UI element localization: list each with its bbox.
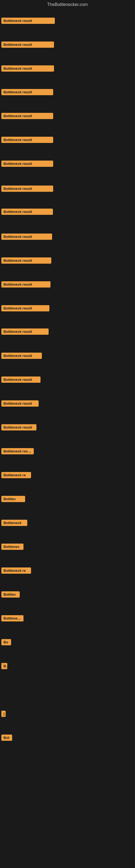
- result-row-23: Bottlenec: [0, 541, 25, 553]
- bottleneck-badge[interactable]: Bottleneck result: [1, 352, 42, 359]
- result-row-8: Bottleneck result: [0, 183, 54, 195]
- result-row-21: Bottlen: [0, 494, 27, 505]
- result-row-3: Bottleneck result: [0, 63, 55, 75]
- result-row: [0, 804, 135, 826]
- bottleneck-badge[interactable]: Bottleneck result: [1, 281, 50, 287]
- bottleneck-badge[interactable]: Bottleneck result: [1, 424, 37, 431]
- bottleneck-badge[interactable]: Bottleneck result: [1, 89, 53, 95]
- result-row: [0, 828, 135, 849]
- bottleneck-badge[interactable]: Bottleneck result: [1, 376, 41, 383]
- bottleneck-badge[interactable]: Bottleneck result: [1, 161, 53, 167]
- bottleneck-badge[interactable]: Bottleneck result: [1, 137, 53, 143]
- result-row-4: Bottleneck result: [0, 87, 54, 98]
- bottleneck-badge[interactable]: Bottleneck result: [1, 18, 55, 24]
- result-row-27: Bo: [0, 637, 12, 649]
- bottleneck-badge[interactable]: Bot: [1, 735, 12, 741]
- result-row-25: Bottlen: [0, 589, 21, 601]
- bottleneck-badge[interactable]: Bottleneck result: [1, 448, 34, 454]
- result-row: [0, 852, 135, 868]
- result-row-14: Bottleneck result: [0, 326, 50, 338]
- result-row-18: Bottleneck result: [0, 422, 38, 434]
- result-row-15: Bottleneck result: [0, 350, 43, 362]
- bottleneck-badge[interactable]: Bottleneck result: [1, 329, 49, 335]
- result-row-2: Bottleneck result: [0, 39, 55, 51]
- result-row-19: Bottleneck result: [0, 446, 35, 458]
- result-row-6: Bottleneck result: [0, 134, 54, 146]
- bottleneck-badge[interactable]: Bottleneck result: [1, 113, 53, 119]
- result-row-9: Bottleneck result: [0, 207, 54, 218]
- result-row: [0, 756, 135, 778]
- bottleneck-badge[interactable]: Bottleneck result: [1, 186, 53, 192]
- result-row-30: |: [0, 709, 7, 720]
- result-row-31: Bot: [0, 733, 13, 744]
- bottleneck-badge[interactable]: |: [1, 711, 6, 717]
- bottleneck-badge[interactable]: Bottleneck: [1, 615, 24, 621]
- bottleneck-badge[interactable]: Bottlen: [1, 591, 20, 597]
- result-row: [0, 780, 135, 802]
- result-row-26: Bottleneck: [0, 613, 25, 625]
- result-row-12: Bottleneck result: [0, 279, 52, 291]
- bottleneck-badge[interactable]: Bottleneck result: [1, 234, 52, 240]
- result-row-24: Bottleneck re: [0, 565, 32, 577]
- result-row-5: Bottleneck result: [0, 111, 54, 122]
- bottleneck-badge[interactable]: Bottleneck result: [1, 305, 49, 311]
- bottleneck-badge[interactable]: Bottleneck result: [1, 41, 54, 48]
- bottleneck-badge[interactable]: B: [1, 663, 7, 669]
- bottleneck-badge[interactable]: Bottlenec: [1, 544, 24, 550]
- bottleneck-badge[interactable]: Bo: [1, 639, 11, 645]
- result-row-7: Bottleneck result: [0, 158, 54, 170]
- bottleneck-badge[interactable]: Bottleneck re: [1, 567, 31, 574]
- result-row-17: Bottleneck result: [0, 398, 40, 410]
- site-title: TheBottlenecker.com: [0, 0, 135, 8]
- result-row-28: B: [0, 661, 9, 673]
- result-row-1: Bottleneck result: [0, 16, 56, 27]
- result-row-16: Bottleneck result: [0, 374, 42, 386]
- result-row-10: Bottleneck result: [0, 231, 53, 243]
- result-row-13: Bottleneck result: [0, 303, 51, 315]
- result-row-20: Bottleneck re: [0, 470, 32, 482]
- result-row-11: Bottleneck result: [0, 255, 53, 267]
- bottleneck-badge[interactable]: Bottleneck re: [1, 472, 31, 478]
- result-row-22: Bottleneck: [0, 518, 29, 529]
- page-container: TheBottlenecker.com Bottleneck resultBot…: [0, 0, 135, 868]
- bottleneck-badge[interactable]: Bottleneck result: [1, 257, 51, 264]
- bottleneck-badge[interactable]: Bottlen: [1, 496, 25, 502]
- bottleneck-badge[interactable]: Bottleneck result: [1, 400, 39, 407]
- result-row: [0, 685, 135, 706]
- bottleneck-badge[interactable]: Bottleneck: [1, 520, 27, 526]
- bottleneck-badge[interactable]: Bottleneck result: [1, 209, 53, 215]
- bottleneck-badge[interactable]: Bottleneck result: [1, 65, 54, 72]
